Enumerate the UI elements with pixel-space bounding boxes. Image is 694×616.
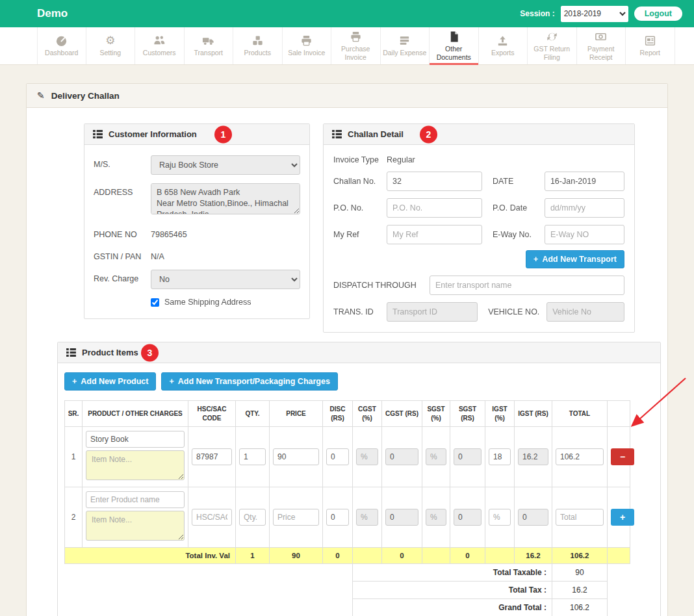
row-sr: 1 [65, 427, 83, 487]
nav-item-sale-invoice[interactable]: Sale Invoice [283, 27, 332, 64]
nav-item-gst-return-filing[interactable]: GST Return Filing [528, 27, 577, 64]
gstin-value: N/A [151, 248, 164, 261]
total-input[interactable] [556, 448, 604, 465]
step-badge-3: 3 [141, 344, 159, 361]
rev-charge-select[interactable]: No [151, 270, 300, 289]
hsc-input[interactable] [192, 509, 232, 526]
page-title: Delivery Challan [51, 91, 120, 101]
session-select[interactable]: 2018-2019 [561, 6, 628, 22]
nav-item-customers[interactable]: Customers [135, 27, 185, 64]
customer-information-title: Customer Information [109, 129, 197, 139]
dispatch-through-label: DISPATCH THROUGH [333, 281, 430, 290]
table-header-row: SR. PRODUCT / OTHER CHARGES HSC/SAC CODE… [65, 401, 630, 427]
same-shipping-checkbox[interactable] [151, 298, 159, 307]
sgst-pct-input[interactable] [426, 448, 446, 465]
plus-icon: + [533, 255, 538, 264]
my-ref-input[interactable] [387, 225, 482, 244]
total-tax-label: Total Tax : [353, 582, 552, 599]
topbar-right: Session : 2018-2019 Logout [520, 6, 682, 22]
same-shipping-label: Same Shipping Address [164, 298, 251, 307]
item-note-textarea[interactable] [86, 450, 185, 480]
igst-pct-input[interactable] [489, 448, 511, 465]
nav-item-dashboard[interactable]: Dashboard [37, 27, 86, 64]
product-items-title: Product Items [82, 348, 138, 357]
qty-input[interactable] [239, 448, 266, 465]
cgst-rs-input[interactable] [385, 509, 418, 526]
nav-item-products[interactable]: Products [233, 27, 283, 64]
sgst-rs-input[interactable] [454, 448, 482, 465]
disc-input[interactable] [326, 448, 349, 465]
list-rows-icon [398, 34, 411, 47]
summary-row: Total Taxable : 90 [65, 564, 630, 582]
date-input[interactable] [545, 172, 624, 191]
col-cgst-rs: CGST (RS) [382, 401, 422, 427]
po-date-label: P.O. Date [493, 203, 545, 212]
nav-item-setting[interactable]: ⚙ Setting [86, 27, 136, 64]
customer-information-body: M/S. Raju Book Store ADDRESS PHONE NO [84, 145, 309, 318]
challan-detail-panel: Challan Detail 2 Invoice Type Regular Ch… [323, 123, 635, 333]
price-input[interactable] [273, 448, 319, 465]
list-icon [332, 130, 342, 138]
nav-item-payment-receipt[interactable]: Payment Receipt [577, 27, 626, 64]
challan-detail-title: Challan Detail [348, 129, 404, 139]
total-input[interactable] [556, 509, 604, 526]
add-row-button[interactable]: + [611, 509, 634, 526]
add-new-charges-button[interactable]: +Add New Transport/Packaging Charges [161, 372, 337, 391]
nav-item-daily-expense[interactable]: Daily Expense [381, 27, 430, 64]
top-bar: Demo Session : 2018-2019 Logout [0, 0, 694, 27]
nav-item-report[interactable]: Report [626, 27, 675, 64]
sgst-pct-input[interactable] [426, 509, 446, 526]
sgst-rs-input[interactable] [454, 509, 482, 526]
phone-label: PHONE NO [94, 225, 151, 239]
nav-item-other-documents[interactable]: Other Documents [430, 27, 479, 64]
phone-value: 79865465 [151, 225, 187, 239]
customer-select[interactable]: Raju Book Store [151, 155, 300, 175]
qty-input[interactable] [239, 509, 266, 526]
gstin-label: GSTIN / PAN [94, 248, 151, 261]
customers-icon [153, 34, 166, 47]
po-date-input[interactable] [545, 198, 624, 218]
dispatch-through-input[interactable] [430, 276, 624, 295]
add-new-transport-button[interactable]: +Add New Transport [526, 250, 624, 268]
total-inv-price: 90 [270, 548, 323, 564]
plus-icon: + [169, 377, 174, 386]
nav-item-exports[interactable]: Exports [479, 27, 528, 64]
add-new-product-button[interactable]: +Add New Product [64, 372, 156, 391]
item-note-textarea[interactable] [86, 511, 185, 541]
po-no-input[interactable] [387, 198, 482, 218]
refresh-icon [546, 31, 558, 43]
remove-row-button[interactable]: − [611, 448, 634, 465]
nav-item-purchase-invoice[interactable]: Purchase Invoice [331, 27, 381, 64]
invoice-type-value: Regular [387, 155, 415, 164]
col-hsc: HSC/SAC CODE [188, 401, 236, 427]
igst-pct-input[interactable] [489, 509, 511, 526]
igst-rs-input[interactable] [518, 448, 548, 465]
customer-information-header: Customer Information 1 [84, 124, 309, 145]
list-icon [66, 348, 76, 357]
challan-detail-body: Invoice Type Regular Challan No. DATE P.… [324, 145, 634, 332]
price-input[interactable] [273, 509, 319, 526]
cgst-rs-input[interactable] [385, 448, 418, 465]
pencil-icon: ✎ [37, 90, 45, 101]
rev-charge-label: Rev. Charge [94, 270, 151, 283]
igst-rs-input[interactable] [518, 509, 548, 526]
gear-icon: ⚙ [105, 34, 115, 47]
nav-item-transport[interactable]: Transport [185, 27, 234, 64]
logout-button[interactable]: Logout [634, 6, 682, 21]
cgst-pct-input[interactable] [356, 448, 378, 465]
product-name-input[interactable] [86, 491, 185, 508]
vehicle-no-input[interactable] [546, 302, 624, 322]
step-badge-1: 1 [214, 125, 232, 143]
cgst-pct-input[interactable] [356, 509, 378, 526]
eway-no-input[interactable] [545, 225, 624, 244]
ms-label: M/S. [94, 155, 151, 169]
product-name-input[interactable] [86, 431, 185, 448]
disc-input[interactable] [326, 509, 349, 526]
challan-no-input[interactable] [387, 172, 482, 191]
total-inv-qty: 1 [236, 548, 270, 564]
date-label: DATE [493, 177, 545, 186]
hsc-input[interactable] [192, 448, 232, 465]
address-textarea[interactable] [151, 183, 300, 214]
trans-id-input[interactable] [387, 302, 478, 322]
total-inv-sgst-rs: 0 [450, 548, 485, 564]
